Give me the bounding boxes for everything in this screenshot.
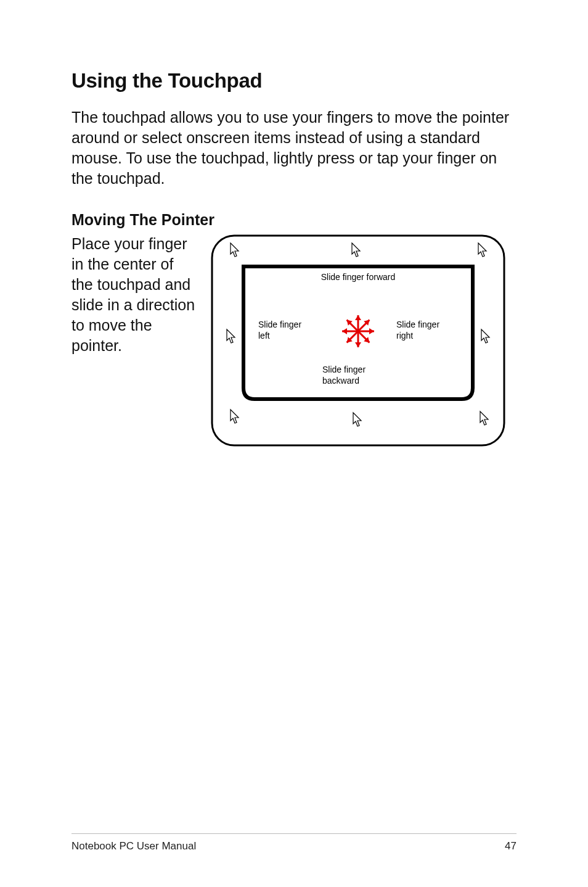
label-back-line2: backward xyxy=(322,376,359,386)
touchpad-diagram: Slide finger forward Slide finger left S… xyxy=(210,234,517,450)
footer-title: Notebook PC User Manual xyxy=(71,840,196,852)
page-number: 47 xyxy=(505,840,517,852)
intro-paragraph: The touchpad allows you to use your fing… xyxy=(71,107,517,189)
label-left-line1: Slide finger xyxy=(258,320,301,329)
pointer-paragraph: Place your finger in the center of the t… xyxy=(71,234,198,356)
section-heading: Using the Touchpad xyxy=(71,69,517,93)
content-row: Place your finger in the center of the t… xyxy=(71,234,517,450)
label-right-line2: right xyxy=(396,331,413,340)
label-back-line1: Slide finger xyxy=(322,365,365,374)
label-right-line1: Slide finger xyxy=(396,320,439,329)
subsection-heading: Moving The Pointer xyxy=(71,211,517,229)
page: Using the Touchpad The touchpad allows y… xyxy=(0,0,588,887)
label-left-line2: left xyxy=(258,331,270,340)
label-forward: Slide finger forward xyxy=(321,272,396,282)
page-footer: Notebook PC User Manual 47 xyxy=(71,833,517,852)
